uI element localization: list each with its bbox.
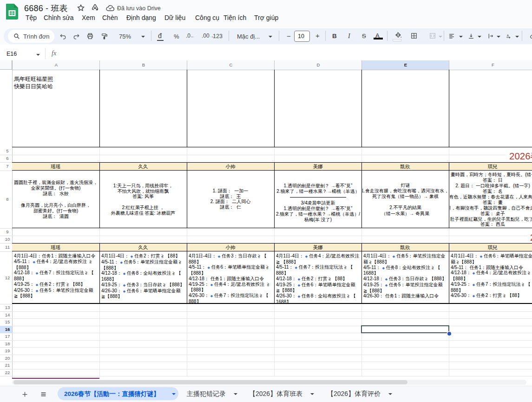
svg-text:A: A: [507, 34, 509, 37]
